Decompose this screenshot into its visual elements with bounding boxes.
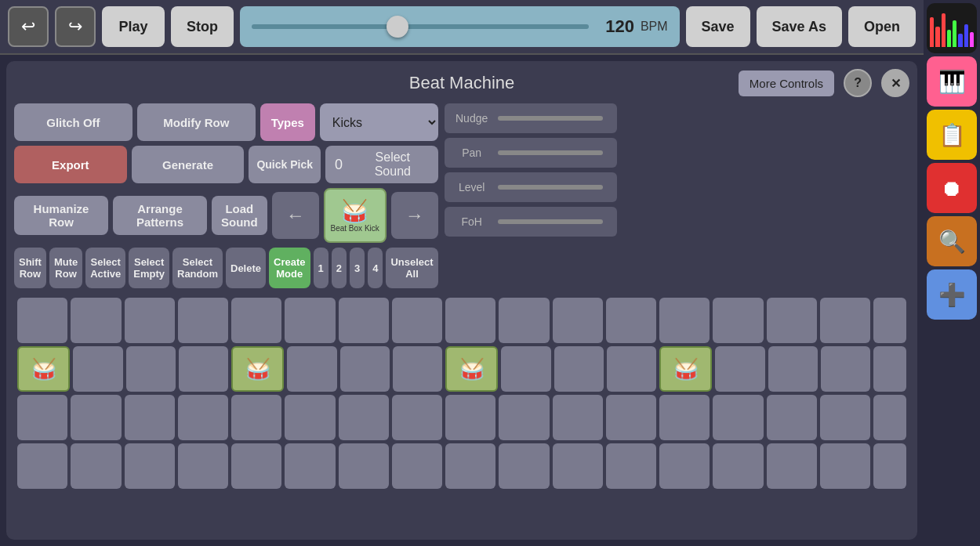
sidebar-app-add[interactable]: ➕ [927, 269, 977, 320]
grid-cell[interactable] [445, 443, 495, 489]
grid-cell[interactable] [178, 443, 228, 489]
export-button[interactable]: Export [14, 146, 127, 183]
grid-cell[interactable] [499, 443, 549, 489]
sidebar-app-notes[interactable]: 📋 [927, 110, 977, 160]
grid-cell[interactable] [339, 298, 389, 343]
grid-cell[interactable] [767, 395, 817, 440]
grid-cell[interactable] [231, 443, 281, 489]
grid-cell[interactable] [17, 443, 67, 489]
grid-cell[interactable] [713, 395, 763, 440]
grid-cell[interactable] [501, 346, 550, 392]
shift-row-button[interactable]: Shift Row [14, 248, 46, 288]
grid-cell[interactable] [820, 298, 870, 343]
grid-cell[interactable] [873, 298, 906, 343]
undo-button[interactable]: ↩ [8, 6, 49, 47]
grid-cell[interactable] [285, 443, 335, 489]
glitch-off-button[interactable]: Glitch Off [14, 103, 132, 141]
quick-pick-button[interactable]: Quick Pick [249, 146, 321, 183]
kicks-select[interactable]: Kicks [320, 103, 438, 141]
grid-cell[interactable] [659, 395, 710, 440]
unselect-all-button[interactable]: Unselect All [386, 248, 437, 288]
sidebar-app-folder[interactable]: 🔍 [927, 216, 977, 266]
grid-cell[interactable] [231, 298, 281, 343]
grid-cell[interactable] [445, 395, 495, 440]
grid-cell[interactable] [179, 346, 228, 392]
grid-cell[interactable] [73, 346, 122, 392]
generate-button[interactable]: Generate [132, 146, 245, 183]
help-button[interactable]: ? [844, 69, 872, 97]
grid-cell[interactable] [125, 443, 175, 489]
grid-cell[interactable] [820, 443, 870, 489]
arrange-patterns-button[interactable]: Arrange Patterns [113, 196, 207, 235]
grid-cell[interactable] [17, 395, 67, 440]
grid-cell[interactable] [659, 298, 710, 343]
grid-cell[interactable] [659, 443, 710, 489]
grid-cell[interactable] [499, 395, 549, 440]
grid-cell[interactable]: 🥁 [231, 346, 284, 392]
load-sound-button[interactable]: Load Sound [212, 196, 267, 235]
save-button[interactable]: Save [686, 6, 750, 47]
num-1-button[interactable]: 1 [314, 248, 328, 288]
grid-cell[interactable] [71, 395, 121, 440]
bpm-slider[interactable] [252, 24, 589, 29]
grid-cell[interactable] [553, 395, 603, 440]
foh-slider[interactable] [498, 219, 603, 224]
grid-cell[interactable]: 🥁 [17, 346, 70, 392]
grid-cell[interactable] [713, 298, 763, 343]
grid-cell[interactable] [768, 346, 818, 392]
stop-button[interactable]: Stop [171, 6, 234, 47]
grid-cell[interactable] [392, 298, 442, 343]
grid-cell[interactable] [553, 298, 603, 343]
grid-cell[interactable] [554, 346, 604, 392]
grid-cell[interactable] [606, 443, 656, 489]
grid-cell[interactable] [231, 395, 281, 440]
prev-sound-button[interactable]: ← [272, 192, 319, 239]
grid-cell[interactable] [820, 395, 870, 440]
grid-cell[interactable] [607, 346, 656, 392]
grid-cell[interactable] [285, 298, 335, 343]
pan-slider[interactable] [498, 150, 603, 155]
num-4-button[interactable]: 4 [368, 248, 383, 288]
types-button[interactable]: Types [260, 103, 315, 141]
grid-cell[interactable] [873, 443, 906, 489]
grid-cell[interactable] [339, 443, 389, 489]
modify-row-button[interactable]: Modify Row [137, 103, 256, 141]
redo-button[interactable]: ↪ [55, 6, 96, 47]
mute-row-button[interactable]: Mute Row [49, 248, 82, 288]
grid-cell[interactable] [713, 443, 763, 489]
more-controls-button[interactable]: More Controls [739, 71, 834, 96]
delete-button[interactable]: Delete [226, 248, 266, 288]
num-2-button[interactable]: 2 [332, 248, 347, 288]
grid-cell[interactable] [393, 346, 442, 392]
open-button[interactable]: Open [848, 6, 916, 47]
select-random-button[interactable]: Select Random [172, 248, 223, 288]
grid-cell[interactable] [392, 395, 442, 440]
grid-cell[interactable] [178, 395, 228, 440]
sidebar-app-eq[interactable] [927, 3, 977, 53]
grid-cell[interactable] [178, 298, 228, 343]
grid-cell[interactable] [125, 395, 175, 440]
num-3-button[interactable]: 3 [350, 248, 365, 288]
next-sound-button[interactable]: → [391, 192, 438, 239]
sidebar-app-piano[interactable]: 🎹 [927, 56, 977, 107]
grid-cell[interactable] [285, 395, 335, 440]
select-active-button[interactable]: Select Active [85, 248, 125, 288]
grid-cell[interactable] [821, 346, 870, 392]
play-button[interactable]: Play [102, 6, 165, 47]
grid-cell[interactable] [553, 443, 603, 489]
grid-cell[interactable] [126, 346, 176, 392]
grid-cell[interactable]: 🥁 [659, 346, 712, 392]
grid-cell[interactable] [287, 346, 336, 392]
grid-cell[interactable] [71, 443, 121, 489]
grid-cell[interactable] [17, 298, 67, 343]
grid-cell[interactable] [499, 298, 549, 343]
grid-cell[interactable] [340, 346, 390, 392]
grid-cell[interactable] [715, 346, 764, 392]
close-button[interactable]: ✕ [881, 69, 909, 97]
grid-cell[interactable] [767, 443, 817, 489]
grid-cell[interactable]: 🥁 [445, 346, 498, 392]
grid-cell[interactable] [392, 443, 442, 489]
grid-cell[interactable] [767, 298, 817, 343]
create-mode-button[interactable]: Create Mode [269, 248, 310, 288]
select-empty-button[interactable]: Select Empty [129, 248, 169, 288]
